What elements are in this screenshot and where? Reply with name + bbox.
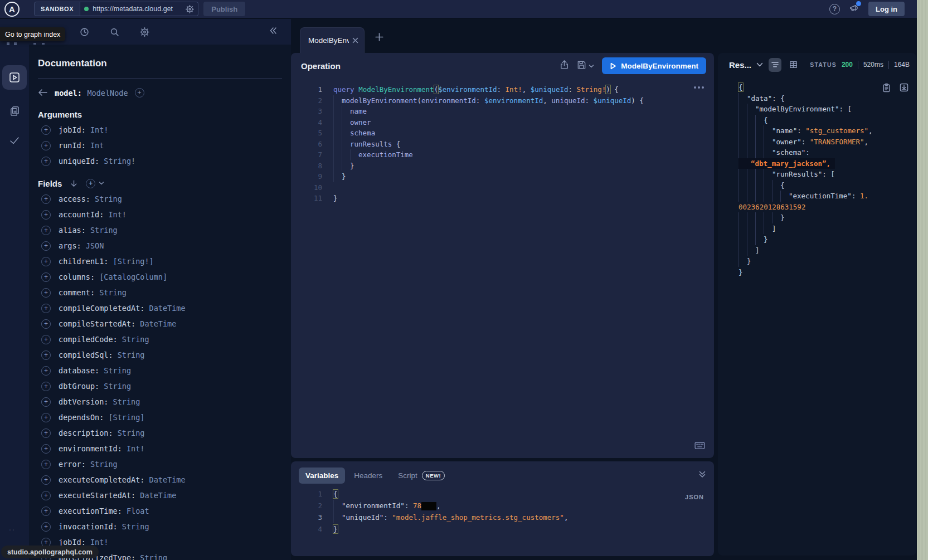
add-field-icon[interactable]: +	[41, 507, 51, 516]
line-number: 6	[291, 139, 322, 150]
add-field-icon[interactable]: +	[41, 397, 51, 407]
search-icon[interactable]	[110, 27, 119, 37]
doc-field-row[interactable]: + environmentId: Int!	[38, 441, 282, 456]
add-field-icon[interactable]: +	[41, 257, 51, 266]
add-field-icon[interactable]: +	[41, 460, 51, 469]
add-field-icon[interactable]: +	[41, 428, 51, 438]
announcements-megaphone-icon[interactable]	[849, 3, 859, 15]
doc-field-row[interactable]: + childrenL1: [String!]	[38, 254, 282, 269]
doc-field-row[interactable]: + alias: String	[38, 222, 282, 238]
download-response-icon[interactable]	[900, 83, 908, 95]
doc-field-row[interactable]: + compileCompletedAt: DateTime	[38, 300, 282, 316]
new-tab-icon[interactable]	[375, 32, 384, 44]
save-operation-icon[interactable]	[577, 60, 586, 72]
help-icon[interactable]: ?	[829, 4, 840, 14]
doc-field-row[interactable]: + args: JSON	[38, 238, 282, 254]
doc-field-row[interactable]: + description: String	[38, 425, 282, 441]
add-field-icon[interactable]: +	[41, 319, 51, 329]
add-field-icon[interactable]: +	[41, 210, 51, 220]
variables-editor[interactable]: 1{2"environmentId": 78,3"uniqueId": "mod…	[291, 484, 714, 535]
endpoint-settings-gear-icon[interactable]	[186, 5, 194, 13]
add-field-icon[interactable]: +	[41, 272, 51, 282]
doc-field-row[interactable]: + compiledSql: String	[38, 347, 282, 363]
add-field-icon[interactable]: +	[41, 491, 51, 500]
doc-field-row[interactable]: + runId: Int	[38, 138, 282, 153]
doc-field-row[interactable]: + uniqueId: String!	[38, 153, 282, 169]
endpoint-url-box[interactable]: https://metadata.cloud.get	[80, 2, 198, 16]
add-field-icon[interactable]: +	[41, 157, 51, 166]
checks-nav-item[interactable]	[2, 128, 27, 153]
collapse-panel-icon[interactable]	[269, 26, 278, 37]
doc-breadcrumb-model: model: ModelNode +	[38, 85, 282, 100]
save-operation-group[interactable]	[577, 60, 594, 72]
doc-field-row[interactable]: + dependsOn: [String]	[38, 410, 282, 425]
operation-tab[interactable]: ModelByEnvi...	[300, 27, 365, 53]
copy-response-icon[interactable]	[882, 83, 891, 95]
doc-field-row[interactable]: + dbtGroup: String	[38, 378, 282, 394]
line-number: 10	[291, 182, 322, 193]
tab-script[interactable]: ScriptNEW!	[391, 468, 451, 484]
add-model-field-icon[interactable]: +	[135, 88, 144, 98]
apollo-logo[interactable]: A	[4, 2, 20, 17]
doc-field-row[interactable]: + executeStartedAt: DateTime	[38, 488, 282, 503]
tab-headers[interactable]: Headers	[347, 468, 389, 484]
add-field-icon[interactable]: +	[41, 335, 51, 344]
save-options-chevron-icon[interactable]	[589, 61, 594, 71]
sort-fields-icon[interactable]	[70, 179, 78, 188]
add-all-fields-icon[interactable]: +	[86, 179, 104, 188]
add-field-icon[interactable]: +	[41, 304, 51, 313]
settings-gear-icon[interactable]	[140, 27, 149, 37]
arguments-list: + jobId: Int! + runId: Int + uniqueId: S…	[38, 122, 282, 169]
add-field-icon[interactable]: +	[41, 413, 51, 422]
model-field-name[interactable]: model:	[55, 89, 82, 98]
add-field-icon[interactable]: +	[41, 226, 51, 235]
collections-nav-item[interactable]	[2, 98, 27, 123]
explorer-nav-item[interactable]	[2, 65, 27, 90]
add-field-icon[interactable]: +	[41, 444, 51, 454]
graph-index-icon-partial[interactable]	[7, 42, 17, 45]
publish-button[interactable]: Publish	[203, 2, 245, 16]
editor-overflow-menu-icon[interactable]	[694, 86, 704, 89]
add-field-icon[interactable]: +	[41, 475, 51, 485]
doc-field-row[interactable]: + jobId: Int!	[38, 122, 282, 138]
add-field-icon[interactable]: +	[41, 241, 51, 251]
collapse-variables-icon[interactable]	[698, 470, 706, 480]
doc-field-row[interactable]: + executeCompletedAt: DateTime	[38, 472, 282, 488]
line-number: 11	[291, 193, 322, 204]
doc-field-row[interactable]: + accountId: Int!	[38, 207, 282, 222]
doc-field-row[interactable]: + access: String	[38, 191, 282, 207]
response-title[interactable]: Res...	[729, 60, 763, 70]
login-button[interactable]: Log in	[868, 2, 905, 16]
status-code: 200	[842, 61, 853, 69]
table-view-toggle[interactable]	[787, 58, 800, 72]
doc-field-row[interactable]: + dbtVersion: String	[38, 394, 282, 410]
doc-field-row[interactable]: + invocationId: String	[38, 519, 282, 534]
add-field-icon[interactable]: +	[41, 366, 51, 376]
add-field-icon[interactable]: +	[41, 194, 51, 204]
keyboard-shortcuts-icon[interactable]	[694, 441, 705, 451]
share-operation-icon[interactable]	[560, 60, 569, 72]
add-field-icon[interactable]: +	[41, 522, 51, 532]
run-operation-button[interactable]: ModelByEnvironment	[602, 57, 706, 74]
add-field-icon[interactable]: +	[41, 125, 51, 135]
json-view-toggle[interactable]	[769, 58, 781, 72]
add-field-icon[interactable]: +	[41, 141, 51, 150]
back-arrow-icon[interactable]	[38, 89, 48, 96]
tab-variables[interactable]: Variables	[299, 468, 345, 484]
endpoint-url[interactable]: https://metadata.cloud.get	[93, 5, 182, 13]
model-field-type[interactable]: ModelNode	[87, 89, 128, 98]
doc-field-row[interactable]: + compileStartedAt: DateTime	[38, 316, 282, 332]
add-field-icon[interactable]: +	[41, 288, 51, 298]
doc-field-row[interactable]: + comment: String	[38, 285, 282, 300]
doc-field-row[interactable]: + database: String	[38, 363, 282, 378]
close-tab-icon[interactable]	[352, 37, 358, 43]
add-field-icon[interactable]: +	[41, 382, 51, 391]
doc-field-row[interactable]: + columns: [CatalogColumn]	[38, 269, 282, 285]
history-clock-icon[interactable]	[80, 27, 89, 37]
operation-editor[interactable]: 1query ModelByEnvironment($environmentId…	[291, 79, 714, 204]
add-field-icon[interactable]: +	[41, 350, 51, 360]
doc-field-row[interactable]: + executionTime: Float	[38, 503, 282, 519]
doc-field-row[interactable]: + compiledCode: String	[38, 332, 282, 347]
response-card: Res... STATUS 200 520ms 164B	[718, 53, 916, 556]
doc-field-row[interactable]: + error: String	[38, 456, 282, 472]
